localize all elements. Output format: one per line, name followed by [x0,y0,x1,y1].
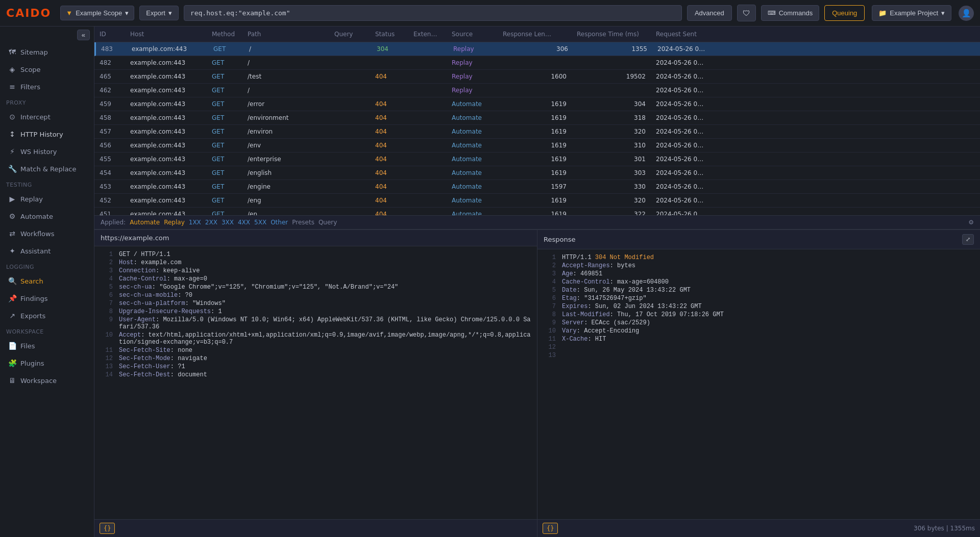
user-avatar[interactable]: 👤 [959,6,974,21]
filter-tag-other[interactable]: Other [271,219,288,226]
col-header-path[interactable]: Path [242,27,329,42]
cell-resplen: 1619 [498,208,572,215]
filter-tag-4xx[interactable]: 4XX [238,219,250,226]
col-header-query[interactable]: Query [329,27,370,42]
assistant-icon: ✦ [8,247,16,255]
cell-source: Automate [447,111,498,124]
cell-exten [408,197,447,203]
table-row[interactable]: 457 example.com:443 GET /environ 404 Aut… [94,125,980,139]
cell-status: 404 [370,166,408,180]
cell-source: Automate [447,139,498,152]
sidebar-item-label: Workspace [20,377,57,385]
scope-selector[interactable]: ▼ Example Scope ▾ [60,6,134,20]
cell-source: Automate [447,125,498,138]
sidebar-item-scope[interactable]: ◈ Scope [2,61,92,78]
filter-tag-3xx[interactable]: 3XX [222,219,234,226]
folder-icon: 📁 [878,9,887,17]
filter-tag-2xx[interactable]: 2XX [205,219,217,226]
sidebar-item-plugins[interactable]: 🧩 Plugins [2,355,92,371]
cell-id: 482 [94,56,125,69]
export-button[interactable]: Export ▾ [139,6,179,20]
sidebar-item-workflows[interactable]: ⇄ Workflows [2,225,92,242]
table-row[interactable]: 458 example.com:443 GET /environment 404… [94,111,980,125]
line-number: 9 [542,319,556,326]
table-row[interactable]: 453 example.com:443 GET /engine 404 Auto… [94,180,980,194]
cell-source: Replay [448,42,499,56]
filter-tag-automate[interactable]: Automate [130,219,160,226]
col-header-resptime[interactable]: Response Time (ms) [572,27,651,42]
cell-exten [408,156,447,162]
sidebar-item-findings[interactable]: 📌 Findings [2,290,92,306]
cell-query [329,129,370,135]
col-header-exten[interactable]: Exten… [408,27,447,42]
filter-settings-icon[interactable]: ⚙ [968,219,974,226]
advanced-button[interactable]: Advanced [687,5,732,21]
filter-tag-presets[interactable]: Presets [292,219,314,226]
queuing-button[interactable]: Queuing [824,5,865,21]
cell-id: 465 [94,70,125,83]
requests-table-body: 483 example.com:443 GET / 304 Replay 306… [94,42,980,215]
sidebar-item-filters[interactable]: ≡ Filters [2,79,92,95]
response-format-button[interactable]: {} [543,523,558,534]
sidebar-item-intercept[interactable]: ⊙ Intercept [2,109,92,125]
col-header-host[interactable]: Host [125,27,207,42]
table-row[interactable]: 482 example.com:443 GET / Replay 2024-05… [94,56,980,70]
line-number: 11 [99,347,113,354]
table-row[interactable]: 483 example.com:443 GET / 304 Replay 306… [94,42,980,56]
col-header-method[interactable]: Method [207,27,242,42]
filter-tag-1xx[interactable]: 1XX [189,219,201,226]
shield-icon-button[interactable]: 🛡 [737,5,756,21]
table-row[interactable]: 451 example.com:443 GET /en 404 Automate… [94,208,980,215]
table-row[interactable]: 456 example.com:443 GET /env 404 Automat… [94,139,980,152]
sidebar-item-replay[interactable]: ▶ Replay [2,191,92,207]
col-header-status[interactable]: Status [370,27,408,42]
cell-path: /eng [242,194,329,207]
sidebar-item-http-history[interactable]: ↕ HTTP History [2,126,92,142]
line-number: 2 [542,262,556,269]
table-row[interactable]: 454 example.com:443 GET /english 404 Aut… [94,166,980,180]
table-row[interactable]: 455 example.com:443 GET /enterprise 404 … [94,152,980,166]
response-panel-header: Response ⤢ [537,230,980,249]
cell-exten [408,115,447,121]
commands-button[interactable]: ⌨ Commands [761,5,819,21]
cell-path: /environment [242,111,329,124]
line-number: 10 [99,331,113,346]
cell-status: 404 [370,180,408,193]
col-header-id[interactable]: ID [94,27,125,42]
table-row[interactable]: 452 example.com:443 GET /eng 404 Automat… [94,194,980,208]
files-icon: 📄 [8,342,16,350]
filter-tag-query[interactable]: Query [318,219,337,226]
sidebar-item-match-replace[interactable]: 🔧 Match & Replace [2,161,92,177]
response-line: 3 Age: 469851 [537,270,980,278]
sidebar-item-files[interactable]: 📄 Files [2,338,92,354]
request-line: 12 Sec-Fetch-Mode: navigate [94,354,537,363]
sidebar-item-exports[interactable]: ↗ Exports [2,308,92,324]
table-row[interactable]: 465 example.com:443 GET /test 404 Replay… [94,70,980,84]
cell-id: 452 [94,194,125,207]
filter-tag-replay[interactable]: Replay [164,219,185,226]
sidebar-item-automate[interactable]: ⚙ Automate [2,208,92,224]
sidebar-item-sitemap[interactable]: 🗺 Sitemap [2,44,92,60]
col-header-resplen[interactable]: Response Len… [498,27,572,42]
table-row[interactable]: 462 example.com:443 GET / Replay 2024-05… [94,84,980,97]
search-input[interactable] [184,5,682,21]
collapse-button[interactable]: « [77,30,90,40]
cell-status [370,87,408,93]
project-selector[interactable]: 📁 Example Project ▾ [872,5,951,21]
table-row[interactable]: 459 example.com:443 GET /error 404 Autom… [94,97,980,111]
cell-host: example.com:443 [125,208,207,215]
cell-resplen [498,87,572,93]
project-chevron-icon: ▾ [941,9,945,17]
filter-tag-5xx[interactable]: 5XX [254,219,266,226]
sidebar-item-ws-history[interactable]: ⚡ WS History [2,143,92,160]
sidebar-item-assistant[interactable]: ✦ Assistant [2,243,92,259]
col-header-source[interactable]: Source [447,27,498,42]
workspace-section-label: Workspace [0,324,94,337]
sidebar-item-workspace[interactable]: 🖥 Workspace [2,372,92,389]
request-format-button[interactable]: {} [100,523,115,534]
line-content: sec-ch-ua: "Google Chrome";v="125", "Chr… [119,284,398,291]
sidebar-item-search[interactable]: 🔍 Search [2,273,92,289]
cell-source: Automate [447,180,498,193]
response-expand-button[interactable]: ⤢ [962,234,974,245]
col-header-reqsent[interactable]: Request Sent [651,27,722,42]
